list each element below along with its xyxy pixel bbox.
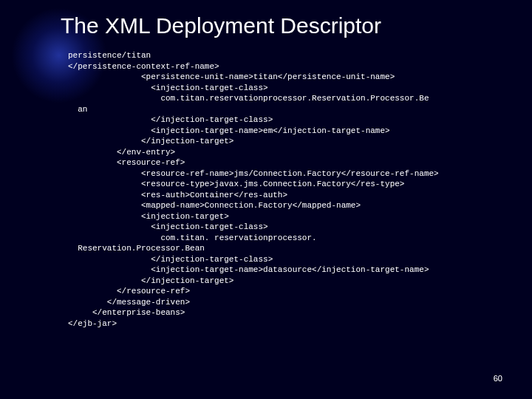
page-number: 60 <box>494 374 502 383</box>
xml-code-block: persistence/titan </persistence-context-… <box>68 50 511 329</box>
slide-title: The XML Deployment Descriptor <box>61 13 381 38</box>
